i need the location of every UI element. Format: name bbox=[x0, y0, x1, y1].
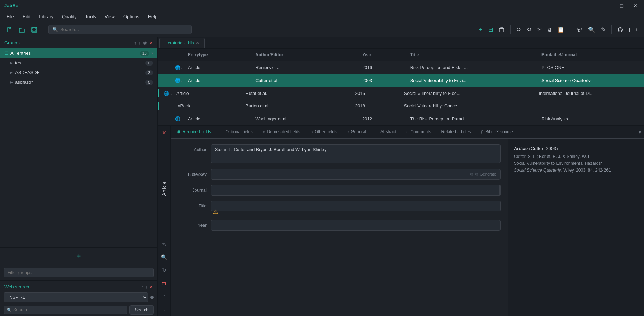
right-panel-journal-italic: Social Science Quarterly bbox=[514, 168, 561, 173]
groups-close-icon[interactable]: ✕ bbox=[149, 40, 153, 46]
minimize-button[interactable]: — bbox=[603, 2, 612, 9]
row-author-4: Wachinger et al. bbox=[251, 115, 358, 123]
menu-edit[interactable]: Edit bbox=[19, 13, 34, 21]
tab-close-icon[interactable]: ✕ bbox=[196, 40, 199, 46]
tab-literaturteile[interactable]: literaturteile.bib ✕ bbox=[159, 38, 205, 48]
save-library-button[interactable] bbox=[29, 25, 39, 34]
new-library-button[interactable] bbox=[4, 25, 15, 34]
editor-tab-required[interactable]: ◉ Required fields bbox=[172, 127, 216, 137]
other-tab-icon: ○ bbox=[311, 130, 313, 134]
groups-down-icon[interactable]: ↓ bbox=[139, 40, 141, 46]
menu-file[interactable]: File bbox=[3, 13, 18, 21]
menu-options[interactable]: Options bbox=[120, 13, 143, 21]
ws-search-input[interactable] bbox=[13, 307, 124, 312]
tex-button[interactable]: TEX bbox=[574, 25, 584, 34]
ws-close-icon[interactable]: ✕ bbox=[149, 284, 153, 289]
maximize-button[interactable]: □ bbox=[618, 2, 625, 9]
th-year[interactable]: Year bbox=[358, 51, 406, 59]
editor-search-strip-button[interactable]: 🔍 bbox=[159, 252, 169, 262]
title-input[interactable]: Social Vulnerability to Environmental Ha… bbox=[211, 201, 501, 211]
author-input[interactable]: Susan L. Cutter and Bryan J. Boruff and … bbox=[211, 144, 501, 163]
ws-search-button[interactable]: Search bbox=[129, 305, 154, 315]
zoom-button[interactable]: 🔍 bbox=[586, 25, 597, 34]
provider-select[interactable]: INSPIRE bbox=[4, 292, 148, 302]
menu-help[interactable]: Help bbox=[145, 13, 161, 21]
close-button[interactable]: ✕ bbox=[631, 2, 640, 9]
web-search-title: Web search bbox=[4, 284, 29, 289]
redo-button[interactable]: ↻ bbox=[525, 25, 534, 34]
editor-tab-comments[interactable]: ○ Comments bbox=[401, 127, 436, 137]
th-author[interactable]: Author/Editor bbox=[251, 51, 358, 59]
group-all-entries[interactable]: ☰ All entries 16 ▾ bbox=[0, 48, 157, 58]
editor-down-button[interactable]: ↓ bbox=[159, 304, 169, 314]
th-title[interactable]: Title bbox=[406, 51, 537, 59]
add-group-button[interactable]: + bbox=[4, 250, 154, 263]
github-button[interactable] bbox=[615, 25, 625, 34]
menu-quality[interactable]: Quality bbox=[58, 13, 80, 21]
edit-button[interactable]: ✎ bbox=[599, 25, 608, 34]
editor-tab-other[interactable]: ○ Other fields bbox=[306, 127, 342, 137]
table-row[interactable]: 🌐 Article Reniers et al. 2016 Risk Perce… bbox=[158, 61, 644, 74]
toolbar-divider-4 bbox=[611, 25, 612, 34]
add-entry-manually-button[interactable]: ⊞ bbox=[486, 25, 495, 34]
filter-groups-input[interactable] bbox=[4, 268, 154, 277]
editor-trash-button[interactable]: 🗑 bbox=[159, 278, 169, 288]
group-item-asdfasdf2[interactable]: ▶ asdfasdf 0 bbox=[0, 77, 157, 87]
group-item-asdfasdf[interactable]: ▶ ASDFASDF 3 bbox=[0, 68, 157, 77]
menu-tools[interactable]: Tools bbox=[82, 13, 100, 21]
editor-tab-deprecated[interactable]: ○ Deprecated fields bbox=[258, 127, 306, 137]
delete-entry-button[interactable] bbox=[497, 25, 507, 34]
menu-library[interactable]: Library bbox=[35, 13, 57, 21]
right-panel-entry-info: Article (Cutter_2003) Cutter, S. L.; Bor… bbox=[514, 146, 638, 174]
ws-down-icon[interactable]: ↓ bbox=[146, 284, 148, 289]
ws-up-icon[interactable]: ↑ bbox=[142, 284, 144, 289]
titlebar: JabRef — □ ✕ bbox=[0, 0, 644, 11]
generate-button[interactable]: ⚙ ⚙ Generate bbox=[468, 171, 498, 177]
svg-rect-3 bbox=[33, 30, 35, 32]
year-input[interactable]: 2003 bbox=[211, 220, 501, 231]
editor-refresh-button[interactable]: ↻ bbox=[159, 265, 169, 275]
editor-tabs-scroll-button[interactable]: ▾ bbox=[637, 129, 643, 136]
undo-button[interactable]: ↺ bbox=[514, 25, 523, 34]
right-panel-description: Cutter, S. L.; Boruff, B. J. & Shirley, … bbox=[514, 153, 638, 174]
copy-button[interactable]: ⧉ bbox=[545, 25, 554, 34]
editor-tab-general[interactable]: ○ General bbox=[342, 127, 371, 137]
groups-up-icon[interactable]: ↑ bbox=[134, 40, 137, 46]
facebook-button[interactable]: f bbox=[627, 25, 633, 34]
row-title-1: Social Vulnerability to Envi... bbox=[406, 77, 537, 85]
journal-scrollbar bbox=[499, 185, 501, 196]
editor-tab-abstract[interactable]: ○ Abstract bbox=[371, 127, 401, 137]
editor-pencil-button[interactable]: ✎ bbox=[159, 239, 169, 249]
bibtex-tab-label: BibTeX source bbox=[486, 129, 513, 134]
th-globe bbox=[171, 53, 184, 56]
editor-tab-optional[interactable]: ○ Optional fields bbox=[216, 127, 258, 137]
paste-button[interactable]: 📋 bbox=[555, 25, 567, 34]
search-input[interactable] bbox=[60, 27, 188, 32]
editor-tab-related[interactable]: Related articles bbox=[436, 127, 476, 137]
editor-tab-bibtex[interactable]: {} BibTeX source bbox=[476, 127, 518, 137]
test-chevron: ▶ bbox=[10, 61, 13, 65]
open-library-button[interactable] bbox=[16, 25, 27, 34]
table-row[interactable]: 🌐 Article Rufat et al. 2015 Social Vulne… bbox=[158, 87, 644, 100]
twitter-button[interactable]: t bbox=[634, 25, 640, 34]
th-entrytype[interactable]: Entrytype bbox=[184, 51, 251, 59]
group-item-test[interactable]: ▶ test 0 bbox=[0, 58, 157, 68]
journal-input[interactable]: Social Science Quarterly bbox=[211, 185, 501, 196]
table-row[interactable]: 🌐 Article Cutter et al. 2003 Social Vuln… bbox=[158, 74, 644, 87]
table-row[interactable]: InBook Burton et al. 2018 Social Vulnera… bbox=[158, 100, 644, 112]
row-indicator-1 bbox=[158, 79, 171, 82]
menu-view[interactable]: View bbox=[101, 13, 118, 21]
th-journal[interactable]: Booktitle/Journal bbox=[537, 51, 644, 59]
cut-button[interactable]: ✂ bbox=[535, 25, 544, 34]
toolbar-divider-3 bbox=[570, 25, 570, 34]
groups-toggle-icon[interactable]: ◉ bbox=[143, 40, 147, 46]
add-entry-button[interactable]: + bbox=[477, 25, 484, 34]
editor-close-button[interactable]: ✕ bbox=[159, 128, 169, 138]
editor-up-button[interactable]: ↑ bbox=[159, 291, 169, 301]
row-year-1: 2003 bbox=[358, 77, 406, 85]
table-row[interactable]: 🌐 Article Wachinger et al. 2012 The Risk… bbox=[158, 112, 644, 125]
required-tab-icon: ◉ bbox=[177, 129, 181, 134]
row-type-2: Article bbox=[172, 90, 241, 97]
bibtexkey-input[interactable]: Cutter_2003 bbox=[211, 169, 501, 180]
journal-input-wrapper: Social Science Quarterly bbox=[211, 185, 501, 196]
